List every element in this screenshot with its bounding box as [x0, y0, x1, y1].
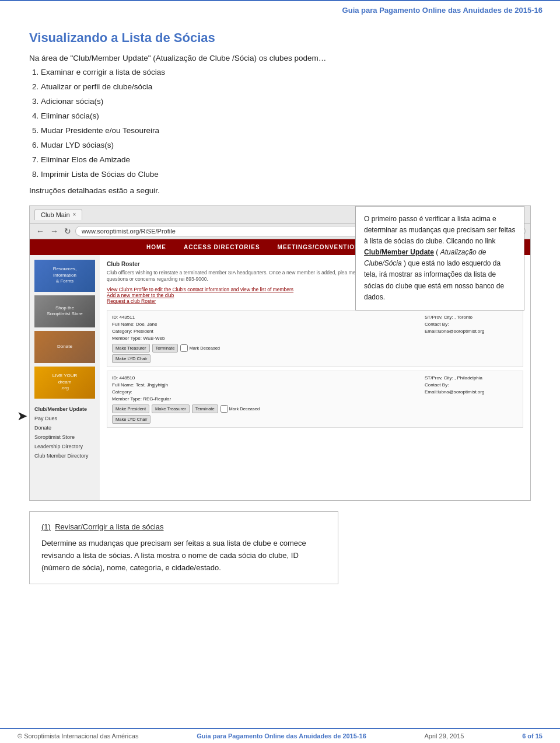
deceased-checkbox-2[interactable] [220, 405, 228, 413]
instructions-text: Instruções detalhadas estão a seguir. [29, 186, 531, 195]
member-2-location: ST/Prov, City: , Philadelphia [425, 375, 518, 382]
bottom-underlined-title: Revisar/Corrigir a lista de sócias [55, 522, 163, 531]
page-footer: © Soroptimista Internacional das América… [0, 728, 560, 743]
member-1-buttons-row2: Make LYD Chair [112, 354, 518, 363]
member-2-id: ID: 448510 [112, 375, 413, 382]
sidebar-link-club-member-directory[interactable]: Club Member Directory [34, 451, 95, 461]
member-1-location: ST/Prov, City: , Toronto [425, 314, 518, 321]
member-2-category: Category: [112, 389, 413, 396]
callout-text-2: ( [436, 248, 438, 256]
member-1-left: ID: 443511 Full Name: Doe, Jane Category… [112, 314, 413, 342]
back-button[interactable]: ← [34, 226, 46, 236]
callout-box: O primeiro passo é verificar a lista aci… [355, 206, 524, 311]
dream-banner: LIVE YOURdream.org [34, 367, 95, 399]
section-title: Visualizando a Lista de Sócias [29, 30, 531, 46]
member-2-right: ST/Prov, City: , Philadelphia Contact By… [425, 375, 518, 403]
site-sidebar: Resources,Information& Forms Shop theSor… [30, 255, 100, 500]
callout-link-text: Club/Member Update [364, 248, 434, 256]
mark-deceased-2: Mark Deceased [220, 405, 260, 413]
list-item: Eliminar sócia(s) [41, 110, 531, 123]
terminate-btn-1[interactable]: Terminate [152, 344, 178, 353]
sidebar-link-leadership[interactable]: Leadership Directory [34, 442, 95, 451]
member-1-id: ID: 443511 [112, 314, 413, 321]
bottom-section-title: (1) Revisar/Corrigir a lista de sócias [41, 521, 326, 533]
add-member-link[interactable]: Add a new member to the club [107, 292, 174, 298]
url-text: www.soroptimist.org/RiSE/Profile [82, 228, 176, 235]
list-item: Imprimir Lista de Sócias do Clube [41, 168, 531, 182]
member-1-email: Email:lubna@soroptimist.org [425, 328, 518, 335]
sidebar-link-donate[interactable]: Donate [34, 423, 95, 432]
member-2-name: Full Name: Test, Jhgjyhtgjh [112, 382, 413, 389]
bottom-number: (1) [41, 522, 51, 531]
nav-meetings[interactable]: MEETINGS/CONVENTIONS [278, 244, 364, 250]
sidebar-arrow-icon: ➤ [17, 404, 27, 411]
member-1-right: ST/Prov, City: , Toronto Contact By: Ema… [425, 314, 518, 342]
sidebar-link-club-member-update[interactable]: Club/Member Update [34, 404, 95, 414]
make-president-btn-2[interactable]: Make President [112, 404, 149, 413]
list-item: Mudar Presidente e/ou Tesoureira [41, 124, 531, 138]
tab-close-icon[interactable]: × [73, 211, 76, 218]
member-record-1: ID: 443511 Full Name: Doe, Jane Category… [107, 310, 523, 367]
member-2-buttons-row2: Make LYD Chair [112, 415, 518, 424]
member-1-contact: Contact By: [425, 321, 518, 328]
member-1-row: ID: 443511 Full Name: Doe, Jane Category… [112, 314, 518, 342]
forward-button[interactable]: → [48, 226, 60, 236]
bottom-paragraph: Determine as mudanças que precisam ser f… [41, 538, 326, 574]
refresh-button[interactable]: ↻ [62, 226, 73, 236]
callout-text-1: O primeiro passo é verificar a lista aci… [364, 215, 515, 245]
browser-screenshot: Club Main × ← → ↻ www.soroptimist.org/Ri… [29, 205, 531, 501]
member-2-contact: Contact By: [425, 382, 518, 389]
sidebar-links: ➤ Club/Member Update Pay Dues Donate Sor… [34, 404, 95, 461]
member-2-email: Email:lubna@soroptimist.org [425, 389, 518, 396]
header-title: Guia para Pagamento Online das Anuidades… [342, 6, 542, 15]
member-2-left: ID: 448510 Full Name: Test, Jhgjyhtgjh C… [112, 375, 413, 403]
make-lyd-btn-2[interactable]: Make LYD Chair [112, 415, 150, 424]
shop-banner: Shop theSoroptimist Store [34, 295, 95, 327]
list-item: Eliminar Elos de Amizade [41, 154, 531, 167]
sidebar-link-pay-dues[interactable]: Pay Dues [34, 414, 95, 423]
make-treasurer-btn-1[interactable]: Make Treasurer [112, 344, 150, 353]
member-2-buttons: Make President Make Treasurer Terminate … [112, 404, 518, 413]
nav-access-directories[interactable]: ACCESS DIRECTORIES [184, 244, 260, 250]
member-1-type: Member Type: WEB-Web [112, 335, 413, 342]
sidebar-link-store[interactable]: Soroptimist Store [34, 432, 95, 442]
list-item: Mudar LYD sócias(s) [41, 139, 531, 152]
footer-date: April 29, 2015 [425, 732, 464, 739]
nav-home[interactable]: HOME [146, 244, 166, 250]
donate-banner: Donate [34, 331, 95, 363]
member-1-category: Category: President [112, 328, 413, 335]
browser-tab[interactable]: Club Main × [34, 209, 82, 220]
make-treasurer-btn-2[interactable]: Make Treasurer [152, 404, 190, 413]
tab-label: Club Main [41, 211, 70, 218]
list-item: Atualizar or perfil de clube/sócia [41, 81, 531, 94]
list-item: Adicionar sócia(s) [41, 95, 531, 109]
page-header: Guia para Pagamento Online das Anuidades… [0, 0, 560, 19]
member-1-buttons: Make Treasurer Terminate Mark Deceased [112, 344, 518, 353]
member-2-row: ID: 448510 Full Name: Test, Jhgjyhtgjh C… [112, 375, 518, 403]
intro-text: Na área de "Club/Member Update" (Atualiz… [29, 54, 531, 62]
mark-deceased-1: Mark Deceased [180, 344, 220, 352]
make-lyd-btn-1[interactable]: Make LYD Chair [112, 354, 150, 363]
view-profile-link[interactable]: View Club's Profile to edit the Club's c… [107, 287, 293, 292]
terminate-btn-2[interactable]: Terminate [192, 404, 218, 413]
request-roster-link[interactable]: Request a club Roster [107, 298, 156, 304]
resources-banner: Resources,Information& Forms [34, 260, 95, 292]
main-content: Visualizando a Lista de Sócias Na área d… [0, 19, 560, 596]
footer-center: Guia para Pagamento Online das Anuidades… [197, 732, 366, 739]
member-record-2: ID: 448510 Full Name: Test, Jhgjyhtgjh C… [107, 371, 523, 428]
deceased-checkbox-1[interactable] [180, 344, 188, 352]
numbered-list: Examinar e corrigir a lista de sócias At… [41, 66, 531, 182]
page-number: 6 of 15 [522, 732, 542, 739]
list-item: Examinar e corrigir a lista de sócias [41, 66, 531, 79]
member-1-name: Full Name: Doe, Jane [112, 321, 413, 328]
bottom-section-box: (1) Revisar/Corrigir a lista de sócias D… [29, 511, 338, 584]
footer-left: © Soroptimista Internacional das América… [18, 732, 138, 739]
member-2-type: Member Type: REG-Regular [112, 396, 413, 403]
